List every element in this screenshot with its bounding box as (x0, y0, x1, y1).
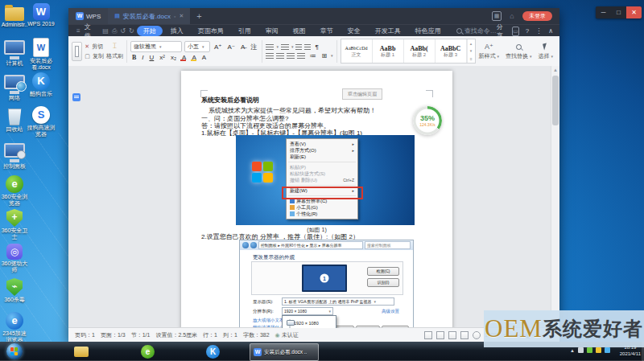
number-list-icon[interactable] (281, 44, 289, 50)
tab-special-apps[interactable]: 特色应用 (409, 26, 448, 36)
undo-icon[interactable]: ↺ (120, 27, 126, 35)
minimize-icon[interactable]: ─ (596, 6, 611, 18)
forward-icon[interactable] (250, 242, 257, 248)
tab-page-layout[interactable]: 页面布局 (192, 26, 230, 36)
desktop-icon-kugou[interactable]: K 酷狗音乐 (27, 72, 56, 97)
bullet-list-icon[interactable] (266, 44, 274, 50)
slider-knob[interactable] (287, 320, 295, 326)
new-tab-button[interactable]: + (196, 11, 201, 21)
select-button[interactable]: 选择 ▾ (535, 42, 556, 60)
increase-indent-icon[interactable] (304, 44, 311, 50)
document-tab[interactable]: ▤ 安装后必看.docx ◦ ✕ (108, 8, 190, 24)
download-progress-badge[interactable]: 35% 124.3K/s (413, 106, 442, 135)
italic-button[interactable]: I (140, 54, 145, 61)
align-center-icon[interactable] (276, 53, 284, 59)
styles-scroll[interactable]: ▴▾≡ (467, 39, 475, 63)
font-name-select[interactable]: 微软雅黑▾ (130, 41, 182, 52)
tab-section[interactable]: 章节 (314, 26, 340, 36)
collapse-ribbon-icon[interactable]: ∧ (548, 27, 553, 35)
tab-references[interactable]: 引用 (232, 26, 258, 36)
tab-review[interactable]: 审阅 (259, 26, 285, 36)
clear-format-button[interactable]: A̶ (239, 43, 246, 51)
tab-view[interactable]: 视图 (287, 26, 312, 36)
menu-item-undo-delete[interactable]: 撤销 删除(U)Ctrl+Z (287, 177, 357, 183)
status-cert[interactable]: ◉ 未认证 (275, 331, 299, 339)
eye-protect-icon[interactable] (473, 331, 481, 339)
desktop-icon-computer[interactable]: 计算机 (0, 38, 29, 67)
char-shading-button[interactable]: A (200, 54, 208, 61)
tab-security[interactable]: 安全 (341, 26, 367, 36)
phonetic-button[interactable]: 注 (249, 43, 258, 51)
outline-toggle-icon[interactable] (72, 93, 80, 101)
style-heading3[interactable]: AaBbC 标题 3 (436, 39, 467, 63)
more-icon[interactable]: ⋮ (535, 27, 542, 35)
desktop-icon-docx[interactable]: W 安装后必看.docx (27, 38, 56, 71)
detect-button[interactable]: 检测(C) (367, 267, 399, 276)
pin-icon[interactable]: ◦ (174, 14, 175, 19)
align-right-icon[interactable] (287, 53, 295, 59)
desktop-icon-360-guard[interactable]: + 360安全卫士 (0, 209, 29, 240)
bell-icon[interactable]: ⌂ (508, 12, 516, 20)
tab-home[interactable]: 开始 (137, 26, 163, 36)
control-panel-search-input[interactable]: 搜索控制面板 (365, 241, 411, 249)
panel-icon[interactable]: ▭ (512, 27, 519, 36)
back-icon[interactable] (242, 242, 249, 248)
tab-close-icon[interactable]: ✕ (179, 13, 184, 19)
scroll-up-icon[interactable]: ▲ (551, 66, 559, 74)
superscript-button[interactable]: x² (158, 54, 167, 61)
view-outline-icon[interactable] (460, 331, 469, 339)
shrink-font-button[interactable]: A⁻ (225, 43, 237, 51)
justify-icon[interactable] (297, 53, 305, 59)
print-icon[interactable]: ⎙ (112, 27, 117, 35)
document-page[interactable]: 双击编辑页眉 35% 124.3K/s 系统安装后必看说明 系统城技术为大家提供… (181, 71, 452, 328)
taskbar-wps-document-button[interactable]: W 安装后必看.docx .. (250, 343, 319, 361)
desktop-icon-360-antivirus[interactable]: ⌁ 360杀毒 (0, 278, 29, 303)
cut-button[interactable]: 剪切 (92, 43, 103, 51)
monitor-select[interactable]: 1. 标准 VGA 图形适配器 上的 通用非 PnP 监视器▾ (282, 297, 394, 306)
tray-icon[interactable] (605, 347, 610, 353)
desktop-icon-360-browser[interactable]: e 360安全浏览器 (0, 175, 29, 207)
underline-button[interactable]: U (147, 54, 155, 61)
desktop-icon-control-panel[interactable]: 控制面板 (0, 141, 29, 170)
decrease-indent-icon[interactable] (295, 44, 302, 50)
scrollbar-thumb[interactable] (552, 76, 559, 125)
tray-icon[interactable] (587, 347, 592, 353)
desktop-icon-wps[interactable]: W WPS 2019 (27, 3, 56, 27)
copy-button[interactable]: 复制 (93, 52, 104, 60)
help-icon[interactable]: ? (526, 27, 529, 35)
apps-grid-icon[interactable]: ▦ (492, 11, 502, 21)
tray-icon[interactable] (596, 347, 601, 353)
font-color-button[interactable]: A (180, 54, 188, 61)
paste-button[interactable] (72, 42, 82, 61)
find-replace-button[interactable]: 查找替换 ▾ (502, 42, 535, 60)
style-heading2[interactable]: AaBb( 标题 2 (404, 39, 436, 63)
style-normal[interactable]: AaBbCcDd 正文 (341, 39, 373, 63)
align-left-icon[interactable] (266, 53, 274, 59)
monitor-preview[interactable]: 1 (302, 265, 347, 292)
view-fullscreen-icon[interactable] (424, 331, 432, 339)
style-heading1[interactable]: AaBb 标题 1 (373, 39, 404, 63)
tab-developer[interactable]: 开发工具 (369, 26, 407, 36)
taskbar-360-browser-icon[interactable]: e (141, 345, 155, 359)
paragraph-mark-icon[interactable]: ¶ (313, 43, 320, 51)
menu-item-personalize[interactable]: 个性化(R) (287, 211, 357, 217)
shading-button[interactable]: ⊞ (320, 52, 328, 59)
desktop-icon-2345-browser[interactable]: e 2345加速浏览器 (0, 312, 29, 343)
desktop-icon-sogou[interactable]: S 搜狗高速浏览器 (27, 106, 56, 137)
redo-icon[interactable]: ↻ (129, 27, 134, 35)
taskbar-explorer-icon[interactable] (74, 347, 89, 357)
font-size-select[interactable]: 小五▾ (184, 41, 210, 52)
line-spacing-button[interactable]: ≔ (308, 52, 317, 59)
tab-insert[interactable]: 插入 (164, 26, 190, 36)
identify-button[interactable]: 识别(I) (367, 278, 399, 287)
desktop-icon-360-driver[interactable]: ◎ 360驱动大师 (0, 244, 29, 273)
format-painter-button[interactable]: 格式刷 (106, 52, 123, 60)
login-button[interactable]: 未登录 (522, 11, 552, 21)
desktop-icon-recycle-bin[interactable]: 回收站 (0, 106, 29, 133)
close-icon[interactable]: ✕ (626, 6, 642, 18)
tray-icon[interactable] (578, 347, 584, 353)
menu-item-refresh[interactable]: 刷新(E) (287, 154, 357, 160)
command-search[interactable]: 查找命令… (456, 27, 497, 35)
new-style-button[interactable]: A⁺ 新样式 ▾ (476, 42, 502, 60)
desktop-icon-administrator[interactable]: Administr.. (0, 3, 29, 28)
